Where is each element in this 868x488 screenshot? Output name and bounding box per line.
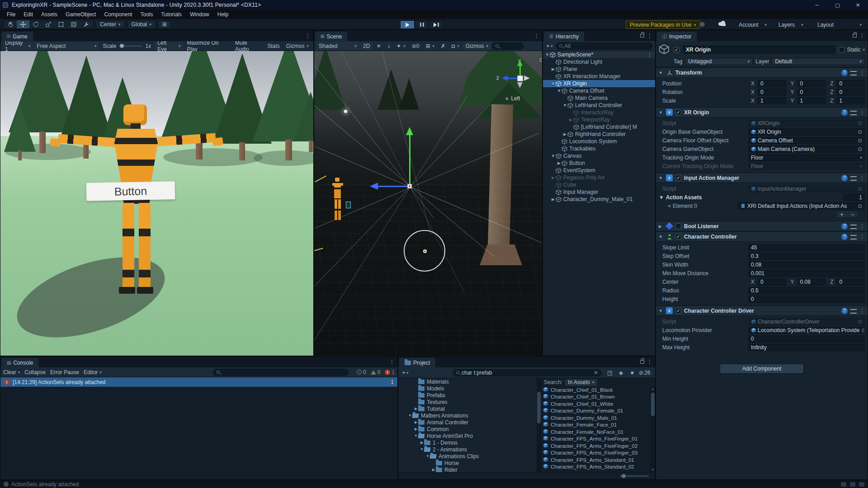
foldout-arrow-icon[interactable]: ▶ — [551, 67, 556, 71]
project-menu-icon[interactable]: ⋮ — [647, 359, 652, 365]
foldout-arrow-icon[interactable]: ▶ — [414, 427, 418, 431]
foldout-arrow-icon[interactable]: ▼ — [659, 110, 663, 115]
dropdown-field[interactable]: Floor▾ — [748, 154, 865, 161]
object-picker-icon[interactable]: ⊙ — [858, 319, 862, 325]
2d-toggle[interactable]: 2D — [360, 42, 373, 50]
drag-handle-icon[interactable]: = — [668, 203, 671, 209]
vector-field-y[interactable]: 0 — [797, 89, 826, 96]
foldout-arrow-icon[interactable]: ▼ — [557, 89, 561, 93]
move-gizmo-z[interactable] — [370, 183, 378, 190]
camera-settings-icon[interactable]: ◘▾ — [449, 42, 462, 50]
project-search-input[interactable]: char t:prefab ✕ — [453, 369, 602, 376]
console-search-input[interactable] — [213, 369, 349, 376]
label-filter-icon[interactable]: ◈ — [619, 370, 623, 376]
hierarchy-item[interactable]: ▶RightHand Controller — [543, 131, 655, 138]
space-mode-button[interactable]: Global▾ — [127, 20, 156, 28]
folder-scrollbar[interactable] — [537, 378, 541, 472]
package-visibility-icon[interactable]: ◳ — [607, 370, 612, 376]
menu-item-assets[interactable]: Assets — [37, 10, 61, 19]
presets-icon[interactable] — [850, 176, 857, 181]
foldout-arrow-icon[interactable]: ▼ — [659, 194, 664, 201]
vector-field-z[interactable]: 0 — [836, 89, 865, 96]
info-count[interactable]: i0 — [357, 369, 366, 375]
tab-project[interactable]: Project — [399, 358, 435, 367]
foldout-arrow-icon[interactable]: ▼ — [425, 454, 430, 458]
vector-field-z[interactable]: 0 — [836, 278, 865, 286]
foldout-arrow-icon[interactable]: ▼ — [659, 309, 663, 313]
hierarchy-item[interactable]: ▼Canvas — [543, 152, 655, 160]
hierarchy-item[interactable]: ▶Pegasus Poly Art — [543, 174, 655, 181]
value-field[interactable]: Infinity — [748, 344, 865, 351]
component-header[interactable]: ▶Bool Listener?⋮ — [656, 221, 868, 231]
foldout-arrow-icon[interactable]: ▼ — [408, 413, 412, 418]
hierarchy-item[interactable]: Input Manager — [543, 188, 655, 196]
dropdown-field[interactable]: Floor▾ — [748, 163, 865, 170]
step-button[interactable] — [429, 20, 443, 29]
foldout-arrow-icon[interactable]: ▶ — [420, 441, 424, 445]
value-field[interactable]: 0.5 — [748, 287, 865, 294]
help-icon[interactable]: ? — [841, 175, 848, 181]
cloud-icon[interactable] — [718, 21, 726, 28]
account-dropdown[interactable]: Account▾ — [736, 20, 771, 29]
foldout-arrow-icon[interactable]: ▼ — [551, 154, 556, 158]
folder-item[interactable]: ▶Rider — [398, 466, 537, 472]
tab-hierarchy[interactable]: ☰Hierarchy — [544, 32, 584, 41]
foldout-arrow-icon[interactable]: ▼ — [420, 447, 424, 451]
tab-console[interactable]: ▤Console — [1, 358, 38, 367]
value-field[interactable]: 0.3 — [748, 253, 865, 260]
hierarchy-item[interactable]: ▼Camera Offset — [543, 87, 655, 94]
menu-item-help[interactable]: Help — [213, 10, 233, 19]
hierarchy-item[interactable]: ▼SampleScene*⋮ — [543, 51, 655, 58]
custom-tool[interactable] — [80, 20, 93, 28]
tab-inspector[interactable]: ⓘInspector — [657, 32, 697, 41]
folder-item[interactable]: Horse — [398, 460, 537, 466]
shading-dropdown[interactable]: Shaded▾ — [316, 42, 359, 50]
hierarchy-item[interactable]: Directional Light — [543, 58, 655, 66]
foldout-arrow-icon[interactable]: ▶ — [414, 420, 418, 424]
scene-search-input[interactable] — [492, 42, 524, 50]
hierarchy-item[interactable]: InteractorRay — [543, 109, 655, 116]
hierarchy-item[interactable]: [LeftHand Controller] M — [543, 123, 655, 131]
array-size-field[interactable]: 1 — [843, 194, 865, 201]
tag-dropdown[interactable]: Untagged▾ — [685, 58, 753, 65]
help-icon[interactable]: ? — [841, 109, 848, 116]
foldout-arrow-icon[interactable]: ▶ — [551, 175, 556, 180]
scene-viewport[interactable]: y z ≡Left — [314, 51, 542, 356]
hierarchy-item[interactable]: EventSystem — [543, 167, 655, 174]
search-result-item[interactable]: Character_Dummy_Female_01 — [541, 408, 655, 415]
foldout-arrow-icon[interactable]: ▶ — [551, 197, 556, 202]
grid-snap-button[interactable]: ⊞ — [158, 20, 171, 28]
console-editor-dropdown[interactable]: Editor▾ — [84, 369, 102, 375]
value-field[interactable]: 0.08 — [748, 261, 865, 268]
pivot-mode-button[interactable]: Center▾ — [96, 20, 125, 28]
hierarchy-item[interactable]: ▶Plane — [543, 66, 655, 73]
scene-gizmos-dropdown[interactable]: Gizmos▾ — [463, 42, 491, 50]
inspector-menu-icon[interactable]: ⋮ — [859, 33, 865, 39]
menu-item-tools[interactable]: Tools — [136, 10, 157, 19]
component-enabled-checkbox[interactable] — [675, 223, 681, 229]
component-kebab-icon[interactable]: ⋮ — [859, 234, 865, 240]
vector-field-z[interactable]: 1 — [836, 97, 865, 104]
help-icon[interactable]: ? — [841, 308, 848, 314]
object-field[interactable]: Main Camera (Camera)⊙ — [748, 145, 865, 153]
thumbnail-size-slider[interactable] — [620, 475, 649, 477]
search-result-item[interactable]: Character_Chief_01_Brown — [541, 394, 655, 401]
close-button[interactable]: ✕ — [848, 0, 868, 10]
rotate-tool[interactable] — [29, 20, 42, 28]
scale-slider[interactable]: Scale 1x — [100, 42, 154, 50]
value-field[interactable]: 0.001 — [748, 270, 865, 277]
help-icon[interactable]: ? — [841, 234, 848, 240]
object-picker-icon[interactable]: ⊙ — [858, 203, 862, 209]
search-result-item[interactable]: Character_Chief_01_Black — [541, 386, 655, 394]
gameobject-enabled-checkbox[interactable]: ✓ — [674, 47, 679, 53]
foldout-arrow-icon[interactable]: ▼ — [551, 81, 556, 86]
vector-field-x[interactable]: 0 — [758, 89, 786, 96]
help-icon[interactable]: ? — [841, 70, 848, 76]
rect-tool[interactable] — [55, 20, 67, 28]
foldout-arrow-icon[interactable]: ▼ — [414, 434, 418, 438]
hierarchy-item[interactable]: Trackables — [543, 145, 655, 152]
presets-icon[interactable] — [850, 225, 857, 229]
console-clear-button[interactable]: Clear▾ — [3, 369, 20, 375]
axis-gizmo[interactable]: y z — [502, 59, 541, 101]
add-component-button[interactable]: Add Component — [720, 364, 804, 374]
